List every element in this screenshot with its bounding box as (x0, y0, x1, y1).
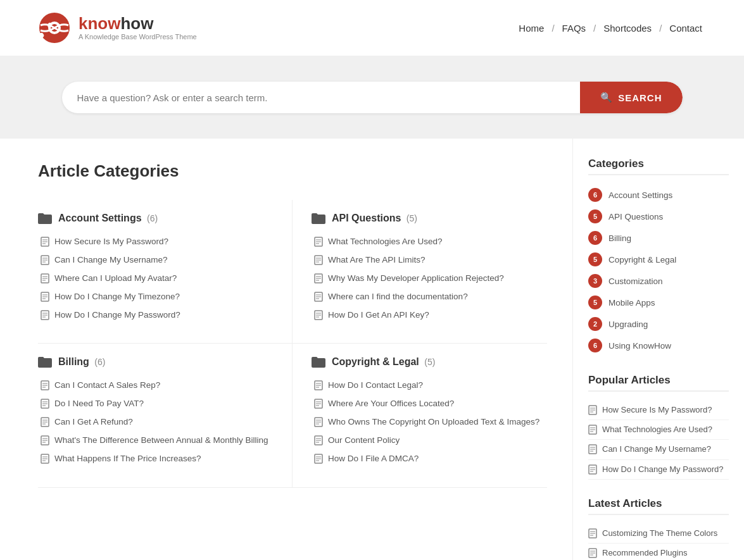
list-item: Can I Change My Username? (588, 440, 729, 459)
search-icon: 🔍 (600, 92, 613, 103)
list-item: What's The Difference Between Annual & M… (41, 432, 273, 450)
list-item: How Secure Is My Password? (41, 233, 273, 251)
category-badge: 6 (588, 188, 602, 202)
article-link[interactable]: What Happens If The Price Increases? (54, 453, 201, 465)
sidebar-cat-link[interactable]: Using KnowHow (608, 341, 671, 351)
article-link[interactable]: Our Content Policy (328, 435, 400, 447)
doc-icon (588, 548, 597, 558)
logo[interactable]: knowhow A Knowledge Base WordPress Theme (38, 11, 197, 44)
sidebar-cat-link[interactable]: Account Settings (608, 190, 672, 200)
search-button[interactable]: 🔍 SEARCH (580, 82, 682, 113)
sidebar-item-using-knowhow: 6 Using KnowHow (588, 335, 729, 356)
nav-sep-1: / (552, 23, 554, 34)
popular-article-link[interactable]: How Secure Is My Password? (602, 404, 712, 416)
sidebar-cat-link[interactable]: Billing (608, 233, 631, 243)
article-link[interactable]: Where can I find the documentation? (328, 291, 468, 303)
sidebar-item-api-questions: 5 API Questions (588, 206, 729, 227)
doc-icon (41, 454, 49, 464)
article-link[interactable]: How Do I Contact Legal? (328, 380, 423, 392)
sidebar-categories-title: Categories (588, 158, 729, 175)
nav-sep-2: / (593, 23, 596, 34)
nav-contact[interactable]: Contact (665, 20, 706, 36)
category-badge: 2 (588, 317, 602, 331)
nav-shortcodes[interactable]: Shortcodes (600, 20, 655, 36)
search-input[interactable] (62, 82, 581, 113)
folder-icon (38, 356, 52, 368)
sidebar: Categories 6 Account Settings 5 API Ques… (573, 139, 744, 560)
list-item: What Happens If The Price Increases? (41, 450, 273, 468)
article-link[interactable]: What Are The API Limits? (328, 254, 426, 266)
category-badge: 5 (588, 209, 602, 223)
sidebar-cat-link[interactable]: Mobile Apps (608, 298, 655, 308)
article-link[interactable]: Who Owns The Copyright On Uploaded Text … (328, 416, 539, 428)
hero-section: 🔍 SEARCH (0, 56, 744, 139)
doc-icon (588, 444, 597, 454)
sidebar-cat-link[interactable]: Customization (608, 277, 663, 286)
latest-article-link[interactable]: Customizing The Theme Colors (602, 528, 717, 539)
doc-icon (314, 310, 323, 320)
popular-article-link[interactable]: Can I Change My Username? (602, 444, 711, 455)
content-area: Article Categories Account Settings (6) … (0, 139, 573, 560)
latest-article-link[interactable]: Recommended Plugins (602, 547, 687, 559)
popular-article-link[interactable]: How Do I Change My Password? (602, 464, 723, 475)
popular-article-link[interactable]: What Technologies Are Used? (602, 424, 712, 435)
sidebar-latest-section: Latest Articles Customizing The Theme Co… (588, 497, 729, 560)
article-link[interactable]: What's The Difference Between Annual & M… (54, 435, 268, 447)
nav-home[interactable]: Home (515, 20, 548, 36)
list-item: How Do I Change My Timezone? (41, 288, 273, 306)
sidebar-cat-link[interactable]: Upgrading (608, 320, 648, 329)
category-badge: 3 (588, 274, 602, 288)
category-title: Copyright & Legal (5) (332, 356, 435, 368)
article-link[interactable]: Where Are Your Offices Located? (328, 398, 454, 410)
sidebar-latest-title: Latest Articles (588, 497, 729, 515)
doc-icon (41, 417, 49, 427)
list-item: What Are The API Limits? (314, 251, 547, 270)
list-item: Customizing The Theme Colors (588, 524, 729, 544)
doc-icon (41, 292, 49, 302)
category-header: Billing (6) (38, 356, 273, 368)
article-link[interactable]: How Secure Is My Password? (54, 236, 168, 248)
list-item: Who Owns The Copyright On Uploaded Text … (314, 413, 547, 432)
list-item: Where Can I Upload My Avatar? (41, 270, 273, 288)
category-copyright-legal: Copyright & Legal (5) How Do I Contact L… (293, 344, 547, 487)
list-item: Can I Get A Refund? (41, 413, 273, 432)
article-list: What Technologies Are Used? What Are The… (312, 233, 547, 324)
article-link[interactable]: Can I Contact A Sales Rep? (54, 380, 160, 392)
sidebar-cat-link[interactable]: Copyright & Legal (608, 255, 676, 264)
categories-grid: Account Settings (6) How Secure Is My Pa… (38, 200, 547, 488)
article-link[interactable]: Can I Change My Username? (54, 254, 168, 266)
sidebar-item-upgrading: 2 Upgrading (588, 313, 729, 335)
list-item: How Do I Contact Legal? (314, 376, 547, 395)
search-button-label: SEARCH (618, 92, 662, 103)
category-title: Billing (6) (58, 356, 105, 368)
article-link[interactable]: How Do I Get An API Key? (328, 309, 429, 321)
sidebar-categories-section: Categories 6 Account Settings 5 API Ques… (588, 158, 729, 356)
main-layout: Article Categories Account Settings (6) … (0, 139, 744, 560)
doc-icon (314, 399, 323, 409)
article-list: How Do I Contact Legal? Where Are Your O… (312, 376, 547, 468)
category-title: API Questions (5) (332, 213, 417, 224)
article-link[interactable]: Do I Need To Pay VAT? (54, 398, 144, 410)
article-link[interactable]: How Do I Change My Timezone? (54, 291, 180, 303)
sidebar-cat-link[interactable]: API Questions (608, 212, 663, 221)
article-link[interactable]: Why Was My Developer Application Rejecte… (328, 273, 504, 285)
article-link[interactable]: What Technologies Are Used? (328, 236, 443, 248)
list-item: Where can I find the documentation? (314, 288, 547, 306)
main-nav: Home / FAQs / Shortcodes / Contact (515, 20, 706, 36)
doc-icon (314, 237, 323, 247)
category-badge: 6 (588, 339, 602, 352)
sidebar-item-mobile-apps: 5 Mobile Apps (588, 292, 729, 313)
list-item: Our Content Policy (314, 432, 547, 450)
nav-faqs[interactable]: FAQs (558, 20, 590, 36)
doc-icon (588, 528, 597, 538)
list-item: Recommended Plugins (588, 544, 729, 560)
category-header: Copyright & Legal (5) (312, 356, 547, 368)
article-link[interactable]: Can I Get A Refund? (54, 416, 133, 428)
category-title: Account Settings (6) (58, 213, 158, 224)
list-item: How Do I Get An API Key? (314, 306, 547, 325)
article-link[interactable]: How Do I Change My Password? (54, 309, 180, 321)
article-link[interactable]: Where Can I Upload My Avatar? (54, 273, 177, 285)
category-badge: 6 (588, 231, 602, 245)
page-title: Article Categories (38, 161, 547, 181)
article-link[interactable]: How Do I File A DMCA? (328, 453, 419, 465)
